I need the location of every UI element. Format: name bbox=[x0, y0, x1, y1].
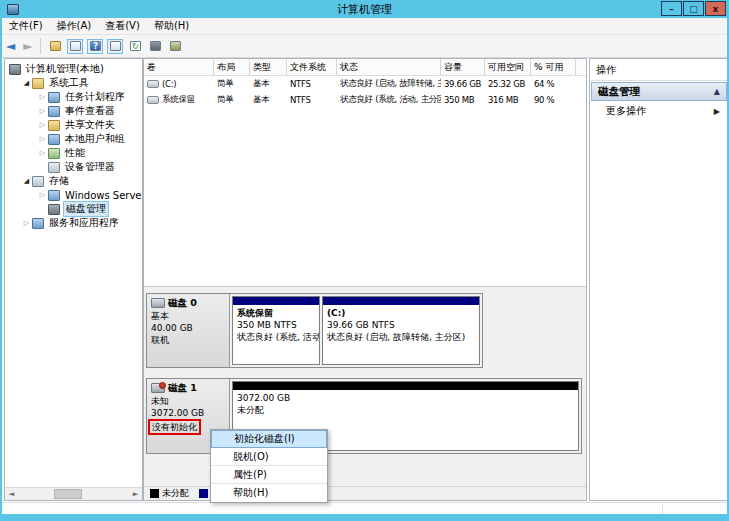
menu-item-help[interactable]: 帮助(H) bbox=[211, 484, 327, 502]
column-layout[interactable]: 布局 bbox=[214, 59, 250, 75]
actions-pane-title: 操作 bbox=[590, 59, 728, 81]
tree-item-services-applications[interactable]: 服务和应用程序 bbox=[5, 216, 142, 230]
menu-help[interactable]: 帮助(H) bbox=[147, 18, 196, 34]
disk-icon bbox=[151, 298, 165, 308]
disk-1-type: 未知 bbox=[151, 395, 229, 407]
storage-icon[interactable] bbox=[147, 39, 163, 54]
tree-item-windows-server-backup[interactable]: Windows Server Back bbox=[5, 188, 142, 202]
menu-item-offline[interactable]: 脱机(O) bbox=[211, 448, 327, 466]
collapse-icon[interactable] bbox=[21, 177, 32, 185]
actions-disk-management-header[interactable]: 磁盘管理 ▲ bbox=[591, 82, 727, 101]
computer-icon bbox=[9, 64, 21, 75]
forward-icon[interactable]: ► bbox=[19, 40, 36, 52]
column-filesystem[interactable]: 文件系统 bbox=[287, 59, 337, 75]
volume-list-header: 卷 布局 类型 文件系统 状态 容量 可用空间 % 可用 bbox=[144, 59, 586, 76]
column-status[interactable]: 状态 bbox=[337, 59, 441, 75]
submenu-arrow-icon: ▶ bbox=[714, 107, 720, 116]
device-manager-icon bbox=[48, 162, 60, 173]
manage-icon[interactable] bbox=[167, 39, 183, 54]
title-bar: 计算机管理 – □ x bbox=[2, 0, 727, 18]
tree-item-task-scheduler[interactable]: 任务计划程序 bbox=[5, 90, 142, 104]
tree-item-event-viewer[interactable]: 事件查看器 bbox=[5, 104, 142, 118]
column-pct-free[interactable]: % 可用 bbox=[531, 59, 576, 75]
unallocated-label: 未分配 bbox=[237, 404, 578, 416]
computer-management-window: 计算机管理 – □ x 文件(F) 操作(A) 查看(V) 帮助(H) ◄ ► … bbox=[0, 0, 729, 521]
scroll-left-icon[interactable]: ◄ bbox=[5, 488, 18, 500]
column-free-space[interactable]: 可用空间 bbox=[485, 59, 531, 75]
volume-row-c[interactable]: (C:) 简单 基本 NTFS 状态良好 (启动, 故障转储, 主分区) 39.… bbox=[144, 76, 586, 92]
toolbar: ◄ ► ? ↻ bbox=[2, 35, 727, 58]
expand-icon[interactable] bbox=[21, 219, 32, 227]
maximize-button[interactable]: □ bbox=[683, 1, 704, 16]
refresh-icon[interactable]: ↻ bbox=[127, 39, 143, 54]
primary-partition-bar bbox=[323, 297, 479, 305]
disk-0-status: 联机 bbox=[151, 334, 229, 346]
menu-bar: 文件(F) 操作(A) 查看(V) 帮助(H) bbox=[2, 18, 727, 35]
actions-pane: 操作 磁盘管理 ▲ 更多操作 ▶ bbox=[589, 58, 729, 501]
expand-icon[interactable] bbox=[37, 107, 48, 115]
unknown-disk-icon bbox=[151, 383, 165, 393]
unallocated-bar bbox=[233, 382, 578, 390]
expand-icon[interactable] bbox=[37, 191, 48, 199]
scroll-right-icon[interactable]: ► bbox=[129, 488, 142, 500]
storage-icon bbox=[32, 176, 44, 187]
menu-view[interactable]: 查看(V) bbox=[98, 18, 147, 34]
tree-item-local-users-groups[interactable]: 本地用户和组 bbox=[5, 132, 142, 146]
expand-icon[interactable] bbox=[37, 149, 48, 157]
collapse-section-icon[interactable]: ▲ bbox=[714, 87, 720, 96]
tree-item-system-tools[interactable]: 系统工具 bbox=[5, 76, 142, 90]
disk-0-size: 40.00 GB bbox=[151, 322, 229, 334]
show-window-icon[interactable] bbox=[107, 39, 123, 54]
horizontal-scrollbar[interactable]: ◄ ► bbox=[5, 487, 142, 500]
legend-color-swatch bbox=[150, 489, 159, 498]
context-menu: 初始化磁盘(I) 脱机(O) 属性(P) 帮助(H) bbox=[210, 429, 328, 503]
tree-item-disk-management[interactable]: 磁盘管理 bbox=[5, 202, 142, 216]
expand-icon[interactable] bbox=[37, 121, 48, 129]
tree-item-storage[interactable]: 存储 bbox=[5, 174, 142, 188]
minimize-button[interactable]: – bbox=[661, 1, 682, 16]
disk-management-icon bbox=[48, 204, 60, 215]
tree-item-shared-folders[interactable]: 共享文件夹 bbox=[5, 118, 142, 132]
expand-icon[interactable] bbox=[37, 93, 48, 101]
disk-1-size: 3072.00 GB bbox=[151, 407, 229, 419]
more-actions-item[interactable]: 更多操作 ▶ bbox=[590, 102, 728, 120]
status-bar bbox=[2, 502, 727, 514]
unallocated-size: 3072.00 GB bbox=[237, 392, 578, 404]
back-icon[interactable]: ◄ bbox=[2, 40, 19, 52]
volume-icon bbox=[147, 80, 159, 88]
expand-icon[interactable] bbox=[37, 135, 48, 143]
column-type[interactable]: 类型 bbox=[250, 59, 287, 75]
console-tree-icon[interactable] bbox=[67, 39, 83, 54]
disk-0-row[interactable]: 磁盘 0 基本 40.00 GB 联机 系统保留 350 MB NTFS 状态良… bbox=[146, 293, 483, 368]
column-volume[interactable]: 卷 bbox=[144, 59, 214, 75]
menu-file[interactable]: 文件(F) bbox=[2, 18, 50, 34]
legend-color-swatch bbox=[199, 489, 208, 498]
partition-c[interactable]: (C:) 39.66 GB NTFS 状态良好 (启动, 故障转储, 主分区) bbox=[322, 296, 480, 365]
help-icon[interactable]: ? bbox=[87, 39, 103, 54]
menu-action[interactable]: 操作(A) bbox=[50, 18, 99, 34]
tree-item-computer-management[interactable]: 计算机管理(本地) bbox=[5, 62, 142, 76]
scrollbar-track[interactable] bbox=[18, 488, 129, 500]
collapse-icon[interactable] bbox=[21, 79, 32, 87]
partition-system-reserved[interactable]: 系统保留 350 MB NTFS 状态良好 (系统, 活动, 主分区) bbox=[232, 296, 320, 365]
volume-icon bbox=[147, 96, 159, 104]
tree-item-performance[interactable]: 性能 bbox=[5, 146, 142, 160]
disk-0-label-panel[interactable]: 磁盘 0 基本 40.00 GB 联机 bbox=[147, 294, 230, 367]
export-icon[interactable] bbox=[47, 39, 63, 54]
disk-0-type: 基本 bbox=[151, 310, 229, 322]
scrollbar-thumb[interactable] bbox=[54, 489, 82, 499]
volume-row-system-reserved[interactable]: 系统保留 简单 基本 NTFS 状态良好 (系统, 活动, 主分区) 350 M… bbox=[144, 92, 586, 108]
menu-item-properties[interactable]: 属性(P) bbox=[211, 466, 327, 484]
users-icon bbox=[48, 134, 60, 145]
menu-item-initialize-disk[interactable]: 初始化磁盘(I) bbox=[211, 430, 327, 448]
backup-icon bbox=[48, 190, 60, 201]
task-scheduler-icon bbox=[48, 92, 60, 103]
event-viewer-icon bbox=[48, 106, 60, 117]
services-icon bbox=[32, 218, 44, 229]
window-bottom-border bbox=[2, 514, 727, 521]
disk-1-status-highlighted: 没有初始化 bbox=[148, 419, 201, 435]
console-tree-pane: 计算机管理(本地) 系统工具 任务计划程序 事件查看器 共享文件夹 bbox=[4, 58, 143, 501]
close-button[interactable]: x bbox=[705, 1, 726, 16]
column-capacity[interactable]: 容量 bbox=[441, 59, 485, 75]
tree-item-device-manager[interactable]: 设备管理器 bbox=[5, 160, 142, 174]
